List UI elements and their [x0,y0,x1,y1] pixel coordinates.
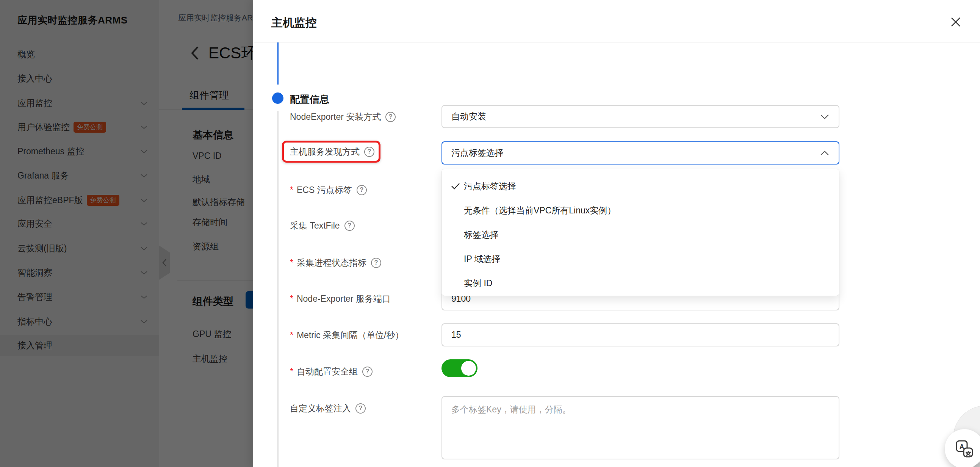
label-port: * Node-Exporter 服务端口 [290,292,391,306]
drawer-mask[interactable] [0,0,253,467]
help-icon[interactable] [385,112,396,122]
dropdown-option-tag[interactable]: 标签选择 [442,223,839,247]
label-node-install: NodeExporter 安装方式 [290,110,396,124]
label-metric-interval: * Metric 采集间隔（单位/秒） [290,328,404,342]
label-security-group: * 自动配置安全组 [290,365,372,378]
help-icon[interactable] [362,367,372,377]
chevron-down-icon [820,114,830,120]
dropdown-option-ip-range[interactable]: IP 域选择 [442,247,839,271]
dropdown-option-instance-id[interactable]: 实例 ID [442,271,839,295]
dropdown-option-taint[interactable]: 污点标签选择 [442,174,839,198]
config-section-title: 配置信息 [290,93,329,106]
drawer-header: 主机监控 [253,0,980,43]
label-custom-tags: 自定义标签注入 [290,402,366,415]
help-icon[interactable] [356,185,367,195]
drawer-title: 主机监控 [271,15,317,31]
step-dot [272,92,283,104]
chevron-up-icon [820,150,830,156]
step-rail-active [277,43,278,84]
discovery-dropdown-menu: 污点标签选择 无条件（选择当前VPC所有Linux实例） 标签选择 IP 域选择… [441,169,839,296]
translate-button[interactable]: A [945,429,980,467]
app: 应用实时监控服务ARMS 概览 接入中心 应用监控 用户体验监控 免费公测 Pr… [0,0,980,467]
check-icon [451,182,464,190]
label-process-metrics: * 采集进程状态指标 [290,256,381,269]
metric-interval-input[interactable] [441,324,839,346]
security-group-toggle[interactable] [441,359,477,377]
host-monitoring-drawer: 主机监控 配置信息 NodeExporter 安装方式 自动安装 主机服务发现方… [253,0,980,467]
select-node-install[interactable]: 自动安装 [441,105,839,128]
step-rail [277,111,278,467]
label-ecs-taint: * ECS 污点标签 [290,183,367,197]
translate-icon: A [955,440,974,458]
custom-tags-textarea[interactable] [441,396,839,459]
help-icon[interactable] [364,147,374,157]
help-icon[interactable] [344,221,355,231]
close-icon[interactable] [949,15,963,29]
label-textfile: 采集 TextFile [290,219,355,233]
help-icon[interactable] [355,403,366,414]
dropdown-option-unconditional[interactable]: 无条件（选择当前VPC所有Linux实例） [442,198,839,223]
select-host-discovery[interactable]: 污点标签选择 [441,141,839,164]
label-host-discovery: 主机服务发现方式 [290,145,374,158]
help-icon[interactable] [371,258,381,268]
toggle-knob [461,361,476,376]
